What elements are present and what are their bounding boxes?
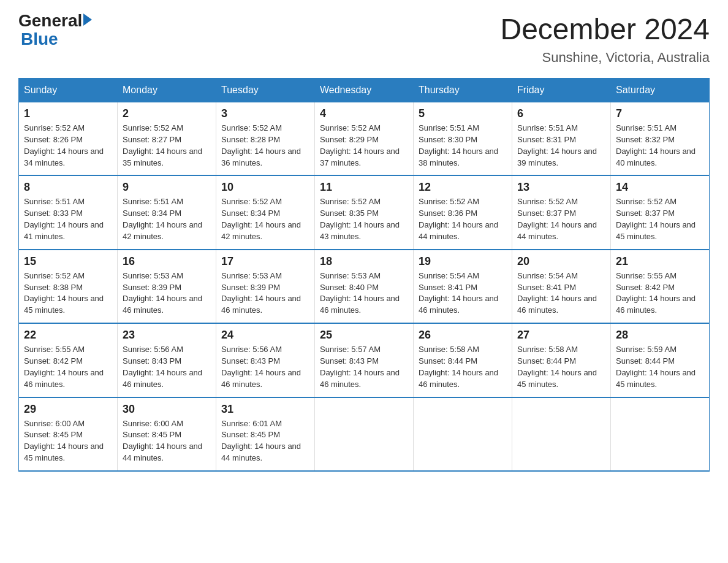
day-cell: 8 Sunrise: 5:51 AMSunset: 8:33 PMDayligh… (19, 175, 118, 249)
day-info: Sunrise: 5:52 AMSunset: 8:27 PMDaylight:… (123, 123, 211, 169)
day-number: 3 (221, 107, 309, 120)
day-cell: 2 Sunrise: 5:52 AMSunset: 8:27 PMDayligh… (118, 102, 216, 176)
day-info: Sunrise: 5:54 AMSunset: 8:41 PMDaylight:… (419, 270, 507, 316)
day-cell (414, 397, 512, 471)
day-number: 19 (419, 255, 507, 268)
day-info: Sunrise: 5:55 AMSunset: 8:42 PMDaylight:… (616, 270, 704, 316)
header-cell-friday: Friday (512, 79, 611, 102)
day-cell: 11 Sunrise: 5:52 AMSunset: 8:35 PMDaylig… (315, 175, 414, 249)
week-row-2: 8 Sunrise: 5:51 AMSunset: 8:33 PMDayligh… (19, 175, 710, 249)
day-number: 9 (123, 181, 211, 194)
day-number: 25 (320, 329, 408, 342)
day-info: Sunrise: 5:58 AMSunset: 8:44 PMDaylight:… (419, 344, 507, 390)
day-cell: 10 Sunrise: 5:52 AMSunset: 8:34 PMDaylig… (216, 175, 315, 249)
day-info: Sunrise: 6:00 AMSunset: 8:45 PMDaylight:… (24, 418, 112, 464)
day-cell: 20 Sunrise: 5:54 AMSunset: 8:41 PMDaylig… (512, 250, 611, 323)
day-info: Sunrise: 5:53 AMSunset: 8:39 PMDaylight:… (123, 270, 211, 316)
day-cell: 6 Sunrise: 5:51 AMSunset: 8:31 PMDayligh… (512, 102, 611, 176)
header-cell-saturday: Saturday (611, 79, 710, 102)
day-number: 22 (24, 329, 112, 342)
day-info: Sunrise: 6:00 AMSunset: 8:45 PMDaylight:… (123, 418, 211, 464)
day-cell: 5 Sunrise: 5:51 AMSunset: 8:30 PMDayligh… (414, 102, 512, 176)
day-info: Sunrise: 5:51 AMSunset: 8:32 PMDaylight:… (616, 123, 704, 169)
day-cell: 27 Sunrise: 5:58 AMSunset: 8:44 PMDaylig… (512, 323, 611, 397)
header-cell-sunday: Sunday (19, 79, 118, 102)
day-info: Sunrise: 5:52 AMSunset: 8:26 PMDaylight:… (24, 123, 112, 169)
logo: General Blue (18, 12, 92, 49)
day-cell: 18 Sunrise: 5:53 AMSunset: 8:40 PMDaylig… (315, 250, 414, 323)
day-info: Sunrise: 5:53 AMSunset: 8:39 PMDaylight:… (221, 270, 309, 316)
logo-blue-text: Blue (21, 29, 58, 48)
day-number: 27 (517, 329, 605, 342)
day-number: 24 (221, 329, 309, 342)
day-number: 10 (221, 181, 309, 194)
day-info: Sunrise: 5:51 AMSunset: 8:33 PMDaylight:… (24, 196, 112, 242)
day-cell: 1 Sunrise: 5:52 AMSunset: 8:26 PMDayligh… (19, 102, 118, 176)
day-info: Sunrise: 5:53 AMSunset: 8:40 PMDaylight:… (320, 270, 408, 316)
day-cell: 21 Sunrise: 5:55 AMSunset: 8:42 PMDaylig… (611, 250, 710, 323)
day-cell: 17 Sunrise: 5:53 AMSunset: 8:39 PMDaylig… (216, 250, 315, 323)
day-number: 6 (517, 107, 605, 120)
day-number: 15 (24, 255, 112, 268)
day-number: 20 (517, 255, 605, 268)
day-cell: 9 Sunrise: 5:51 AMSunset: 8:34 PMDayligh… (118, 175, 216, 249)
day-info: Sunrise: 5:55 AMSunset: 8:42 PMDaylight:… (24, 344, 112, 390)
day-number: 21 (616, 255, 704, 268)
day-cell: 7 Sunrise: 5:51 AMSunset: 8:32 PMDayligh… (611, 102, 710, 176)
week-row-4: 22 Sunrise: 5:55 AMSunset: 8:42 PMDaylig… (19, 323, 710, 397)
day-cell (315, 397, 414, 471)
day-number: 17 (221, 255, 309, 268)
day-info: Sunrise: 5:52 AMSunset: 8:29 PMDaylight:… (320, 123, 408, 169)
day-cell: 15 Sunrise: 5:52 AMSunset: 8:38 PMDaylig… (19, 250, 118, 323)
day-cell (611, 397, 710, 471)
day-info: Sunrise: 5:58 AMSunset: 8:44 PMDaylight:… (517, 344, 605, 390)
day-cell: 14 Sunrise: 5:52 AMSunset: 8:37 PMDaylig… (611, 175, 710, 249)
day-number: 7 (616, 107, 704, 120)
day-info: Sunrise: 5:56 AMSunset: 8:43 PMDaylight:… (221, 344, 309, 390)
day-number: 18 (320, 255, 408, 268)
day-cell: 19 Sunrise: 5:54 AMSunset: 8:41 PMDaylig… (414, 250, 512, 323)
day-cell: 30 Sunrise: 6:00 AMSunset: 8:45 PMDaylig… (118, 397, 216, 471)
title-area: December 2024 Sunshine, Victoria, Austra… (500, 12, 710, 66)
day-cell (512, 397, 611, 471)
day-info: Sunrise: 6:01 AMSunset: 8:45 PMDaylight:… (221, 418, 309, 464)
header-cell-wednesday: Wednesday (315, 79, 414, 102)
day-number: 4 (320, 107, 408, 120)
day-info: Sunrise: 5:52 AMSunset: 8:28 PMDaylight:… (221, 123, 309, 169)
day-cell: 3 Sunrise: 5:52 AMSunset: 8:28 PMDayligh… (216, 102, 315, 176)
day-info: Sunrise: 5:56 AMSunset: 8:43 PMDaylight:… (123, 344, 211, 390)
day-number: 29 (24, 403, 112, 416)
day-cell: 31 Sunrise: 6:01 AMSunset: 8:45 PMDaylig… (216, 397, 315, 471)
header: General Blue December 2024 Sunshine, Vic… (18, 12, 710, 66)
day-cell: 22 Sunrise: 5:55 AMSunset: 8:42 PMDaylig… (19, 323, 118, 397)
subtitle: Sunshine, Victoria, Australia (500, 50, 710, 66)
day-info: Sunrise: 5:51 AMSunset: 8:31 PMDaylight:… (517, 123, 605, 169)
page-title: December 2024 (500, 12, 710, 46)
day-number: 28 (616, 329, 704, 342)
day-number: 1 (24, 107, 112, 120)
day-number: 11 (320, 181, 408, 194)
day-cell: 4 Sunrise: 5:52 AMSunset: 8:29 PMDayligh… (315, 102, 414, 176)
week-row-1: 1 Sunrise: 5:52 AMSunset: 8:26 PMDayligh… (19, 102, 710, 176)
day-cell: 16 Sunrise: 5:53 AMSunset: 8:39 PMDaylig… (118, 250, 216, 323)
day-cell: 26 Sunrise: 5:58 AMSunset: 8:44 PMDaylig… (414, 323, 512, 397)
day-cell: 28 Sunrise: 5:59 AMSunset: 8:44 PMDaylig… (611, 323, 710, 397)
header-row: SundayMondayTuesdayWednesdayThursdayFrid… (19, 79, 710, 102)
header-cell-tuesday: Tuesday (216, 79, 315, 102)
day-number: 30 (123, 403, 211, 416)
day-cell: 23 Sunrise: 5:56 AMSunset: 8:43 PMDaylig… (118, 323, 216, 397)
day-number: 13 (517, 181, 605, 194)
day-info: Sunrise: 5:57 AMSunset: 8:43 PMDaylight:… (320, 344, 408, 390)
day-number: 16 (123, 255, 211, 268)
day-cell: 12 Sunrise: 5:52 AMSunset: 8:36 PMDaylig… (414, 175, 512, 249)
day-info: Sunrise: 5:52 AMSunset: 8:37 PMDaylight:… (517, 196, 605, 242)
day-cell: 24 Sunrise: 5:56 AMSunset: 8:43 PMDaylig… (216, 323, 315, 397)
day-info: Sunrise: 5:52 AMSunset: 8:36 PMDaylight:… (419, 196, 507, 242)
day-number: 26 (419, 329, 507, 342)
day-info: Sunrise: 5:59 AMSunset: 8:44 PMDaylight:… (616, 344, 704, 390)
day-info: Sunrise: 5:52 AMSunset: 8:38 PMDaylight:… (24, 270, 112, 316)
week-row-3: 15 Sunrise: 5:52 AMSunset: 8:38 PMDaylig… (19, 250, 710, 323)
day-number: 14 (616, 181, 704, 194)
day-number: 12 (419, 181, 507, 194)
day-info: Sunrise: 5:52 AMSunset: 8:37 PMDaylight:… (616, 196, 704, 242)
